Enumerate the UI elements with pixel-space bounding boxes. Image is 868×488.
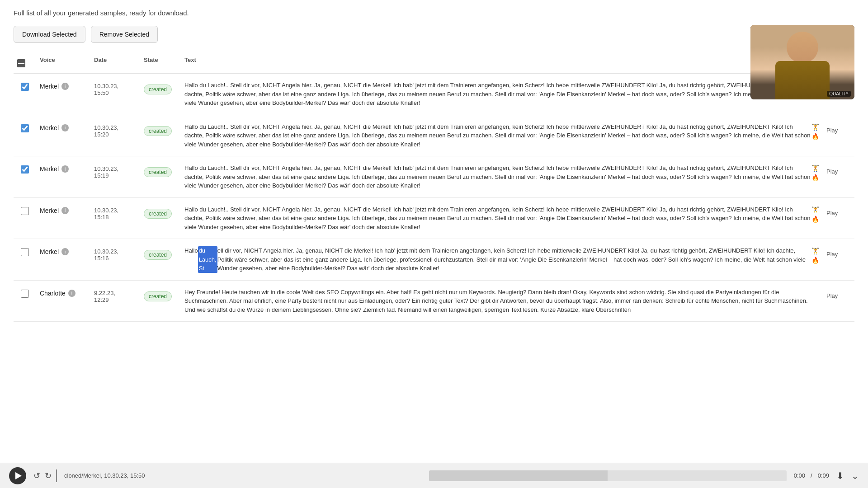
row-2-text: Hallo du Lauch!.. Stell dir vor, NICHT A…: [181, 120, 823, 152]
row-5-play-button[interactable]: Play: [826, 246, 838, 258]
remove-selected-button[interactable]: Remove Selected: [91, 26, 158, 43]
row-5-voice-label: Merkel: [40, 248, 59, 255]
row-2-state-badge: created: [144, 126, 172, 136]
row-3-text: Hallo du Lauch!.. Stell dir vor, NICHT A…: [181, 161, 823, 193]
row-4-play-button[interactable]: Play: [826, 205, 838, 216]
row-1-voice-label: Merkel: [40, 83, 59, 90]
row-5-info-icon[interactable]: i: [61, 248, 69, 255]
row-1-state-cell: created: [140, 78, 181, 97]
table-row: Merkel i 10.30.23,15:18 created Hallo du…: [14, 198, 854, 239]
video-quality-label: QUALITY: [827, 91, 851, 97]
row-5-text: Hallo du Lauch, Stell dir vor, NICHT Ang…: [181, 244, 823, 276]
row-1-voice: Merkel i: [36, 78, 90, 93]
row-2-date: 10.30.23,15:20: [90, 120, 140, 141]
row-2-checkbox[interactable]: [21, 124, 29, 132]
row-3-info-icon[interactable]: i: [61, 165, 69, 173]
row-1-text: Hallo du Lauch!.. Stell dir vor, NICHT A…: [181, 78, 823, 110]
page-subtitle: Full list of all your generated samples,…: [14, 9, 854, 17]
table-header: — Voice Date State Text: [14, 51, 854, 74]
video-frame: QUALITY: [750, 25, 854, 99]
table-row: Merkel i 10.30.23,15:19 created Hallo du…: [14, 156, 854, 198]
header-voice: Voice: [36, 55, 90, 69]
row-2-play-button[interactable]: Play: [826, 122, 838, 134]
download-selected-button[interactable]: Download Selected: [14, 26, 85, 43]
row-5-play-cell: Play: [823, 244, 854, 260]
row-6-info-icon[interactable]: i: [68, 290, 75, 297]
header-date: Date: [90, 55, 140, 69]
row-3-voice: Merkel i: [36, 161, 90, 175]
row-6-voice-label: Charlotte: [40, 290, 66, 297]
row-4-checkbox[interactable]: [21, 207, 29, 215]
video-overlay: QUALITY: [750, 25, 854, 99]
row-4-info-icon[interactable]: i: [61, 207, 69, 214]
row-6-play-cell: Play: [823, 285, 854, 302]
row-3-checkbox[interactable]: [21, 165, 29, 174]
row-2-voice: Merkel i: [36, 120, 90, 134]
row-5-checkbox-cell: [14, 244, 36, 259]
row-4-checkbox-cell: [14, 202, 36, 218]
row-5-state-badge: created: [144, 250, 172, 260]
row-3-play-cell: Play: [823, 161, 854, 178]
header-text: Text: [181, 55, 823, 69]
header-checkbox-cell: —: [14, 55, 36, 69]
row-3-voice-label: Merkel: [40, 165, 59, 173]
row-4-state-badge: created: [144, 209, 172, 219]
row-6-play-button[interactable]: Play: [826, 288, 838, 299]
row-6-date: 9.22.23,12:29: [90, 285, 140, 306]
row-3-play-button[interactable]: Play: [826, 164, 838, 175]
row-1-info-icon[interactable]: i: [61, 83, 69, 90]
table-row: Merkel i 10.30.23,15:50 created Hallo du…: [14, 74, 854, 115]
row-2-checkbox-cell: [14, 120, 36, 135]
row-6-checkbox[interactable]: [21, 290, 29, 298]
row-4-voice: Merkel i: [36, 202, 90, 217]
row-6-checkbox-cell: [14, 285, 36, 300]
toolbar: Download Selected Remove Selected: [14, 26, 854, 43]
row-5-checkbox[interactable]: [21, 248, 29, 256]
row-2-info-icon[interactable]: i: [61, 124, 69, 131]
row-2-play-cell: Play: [823, 120, 854, 136]
deselect-all-icon[interactable]: —: [17, 59, 25, 67]
row-6-state-badge: created: [144, 291, 172, 301]
row-1-checkbox[interactable]: [21, 83, 29, 91]
table-row: Merkel i 10.30.23,15:20 created Hallo du…: [14, 115, 854, 157]
row-3-date: 10.30.23,15:19: [90, 161, 140, 182]
row-4-state-cell: created: [140, 202, 181, 221]
row-3-checkbox-cell: [14, 161, 36, 176]
row-6-state-cell: created: [140, 285, 181, 304]
header-state: State: [140, 55, 181, 69]
row-6-text: Hey Freunde! Heute tauchen wir in die co…: [181, 285, 823, 317]
row-1-state-badge: created: [144, 84, 172, 94]
row-5-voice: Merkel i: [36, 244, 90, 258]
row-5-state-cell: created: [140, 244, 181, 263]
row-1-checkbox-cell: [14, 78, 36, 94]
row-4-date: 10.30.23,15:18: [90, 202, 140, 223]
row-5-text-highlight: du Lauch, St: [198, 246, 217, 273]
row-1-date: 10.30.23,15:50: [90, 78, 140, 99]
row-3-state-cell: created: [140, 161, 181, 180]
row-5-date: 10.30.23,15:16: [90, 244, 140, 264]
row-4-play-cell: Play: [823, 202, 854, 219]
row-2-voice-label: Merkel: [40, 124, 59, 131]
table-row: Merkel i 10.30.23,15:16 created Hallo du…: [14, 239, 854, 281]
row-6-voice: Charlotte i: [36, 285, 90, 300]
row-2-state-cell: created: [140, 120, 181, 139]
table-row: Charlotte i 9.22.23,12:29 created Hey Fr…: [14, 281, 854, 322]
row-4-text: Hallo du Lauch!.. Stell dir vor, NICHT A…: [181, 202, 823, 235]
row-3-state-badge: created: [144, 167, 172, 177]
row-4-voice-label: Merkel: [40, 207, 59, 214]
